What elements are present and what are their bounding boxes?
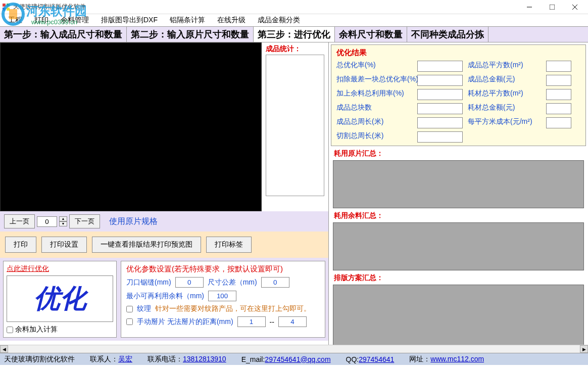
menu-aluminum[interactable]: 铝隔条计算 <box>164 15 211 26</box>
result-input-material-amount[interactable] <box>546 103 571 114</box>
result-label: 扣除最差一块总优化率(%) <box>336 75 412 86</box>
step-tabs: 第一步：输入成品尺寸和数量 第二步：输入原片尺寸和数量 第三步：进行优化 余料尺… <box>0 26 588 42</box>
layout-preview <box>0 42 262 211</box>
titlebar: 天使玻璃切割排版优化软件 <box>0 0 588 14</box>
horizontal-scrollbar[interactable]: ◀ ▶ <box>0 345 588 353</box>
result-input-exclude-worst[interactable] <box>417 75 463 86</box>
min-reuse-input[interactable] <box>208 291 236 301</box>
optimize-box: 点此进行优化 优化 余料加入计算 <box>3 261 117 338</box>
result-input-opt-rate[interactable] <box>417 61 463 72</box>
right-panel: 优化结果 总优化率(%) 成品总平方数(m²) 扣除最差一块总优化率(%) 成品… <box>328 42 588 345</box>
status-contact: 联系人：吴宏 <box>90 355 132 364</box>
scroll-left-button[interactable]: ◀ <box>0 345 8 353</box>
status-email: E_mail:297454641@qq.com <box>241 355 331 363</box>
pager-row: 上一页 ▲ ▼ 下一页 使用原片规格 <box>0 211 328 232</box>
params-title: 优化参数设置(若无特殊要求，按默认设置即可) <box>126 264 320 274</box>
print-labels-button[interactable]: 打印标签 <box>206 237 252 253</box>
result-input-plus-remainder[interactable] <box>417 89 463 100</box>
result-label: 耗材总金额(元) <box>468 103 541 114</box>
result-label: 切割总周长(米) <box>336 131 412 143</box>
svg-rect-6 <box>7 8 10 11</box>
manual-label: 手动掰片 无法掰片的距离(mm) <box>137 317 233 327</box>
menu-project[interactable]: 工程 <box>2 15 28 26</box>
prev-page-button[interactable]: 上一页 <box>4 214 35 228</box>
result-input-total-sqm[interactable] <box>546 61 571 72</box>
main-content: 成品统计： 上一页 ▲ ▼ 下一页 使用原片规格 打印 打印设置 一键查看排版结… <box>0 42 588 345</box>
svg-rect-8 <box>550 5 555 10</box>
status-product: 天使玻璃切割优化软件 <box>4 355 75 364</box>
result-input-material-sqm[interactable] <box>546 89 571 100</box>
texture-checkbox[interactable] <box>126 306 133 312</box>
maximize-button[interactable] <box>541 1 563 14</box>
section-layout-summary-label: 排版方案汇总： <box>329 272 588 284</box>
manual-checkbox[interactable] <box>126 318 133 325</box>
section-raw-summary-label: 耗用原片汇总： <box>329 148 588 159</box>
result-label: 成品总周长(米) <box>336 117 412 128</box>
texture-note: 针对一些需要对纹路产品，可在这里打上勾即可。 <box>155 304 311 313</box>
status-web: 网址：www.mc112.com <box>409 355 484 364</box>
tab-step3[interactable]: 第三步：进行优化 <box>254 27 335 42</box>
params-box: 优化参数设置(若无特殊要求，按默认设置即可) 刀口锯缝(mm) 尺寸公差（mm)… <box>121 261 325 338</box>
optimize-button-text: 优化 <box>34 284 86 313</box>
menu-export-dxf[interactable]: 排版图导出到DXF <box>95 15 164 26</box>
optimize-link[interactable]: 点此进行优化 <box>7 264 113 273</box>
print-preview-button[interactable]: 一键查看排版结果打印预览图 <box>92 237 201 253</box>
spec-label: 使用原片规格 <box>109 216 158 227</box>
print-row: 打印 打印设置 一键查看排版结果打印预览图 打印标签 <box>0 232 328 258</box>
manual-sep: -- <box>270 318 274 326</box>
result-input-total-amount[interactable] <box>546 75 571 86</box>
manual-input-1[interactable] <box>237 316 266 327</box>
result-label: 成品总块数 <box>336 103 412 114</box>
menu-classify[interactable]: 成品金额分类 <box>252 15 306 26</box>
page-up-button[interactable]: ▲ <box>59 216 67 221</box>
section-remainder-summary-label: 耗用余料汇总： <box>329 210 588 221</box>
svg-rect-3 <box>3 4 6 7</box>
status-phone: 联系电话：13812813910 <box>148 355 226 364</box>
tab-step2[interactable]: 第二步：输入原片尺寸和数量 <box>127 27 254 42</box>
status-qq: QQ:297454641 <box>346 355 395 363</box>
tab-step1[interactable]: 第一步：输入成品尺寸和数量 <box>0 27 127 42</box>
result-label: 加上余料总利用率(%) <box>336 89 412 100</box>
app-icon <box>2 3 10 11</box>
manual-input-2[interactable] <box>278 316 307 327</box>
tolerance-input[interactable] <box>261 277 289 288</box>
min-reuse-label: 最小可再利用余料（mm) <box>126 292 204 301</box>
remainder-label: 余料加入计算 <box>15 325 58 334</box>
results-box: 优化结果 总优化率(%) 成品总平方数(m²) 扣除最差一块总优化率(%) 成品… <box>331 44 586 146</box>
result-input-cut-perimeter[interactable] <box>417 131 463 143</box>
kerf-input[interactable] <box>175 277 204 288</box>
stats-label: 成品统计： <box>266 44 324 54</box>
page-down-button[interactable]: ▼ <box>59 221 67 226</box>
tolerance-label: 尺寸公差（mm) <box>208 278 257 287</box>
tab-sort[interactable]: 不同种类成品分拣 <box>407 27 488 42</box>
menu-print[interactable]: 打印 <box>28 15 55 26</box>
page-input[interactable] <box>37 216 57 227</box>
left-panel: 成品统计： 上一页 ▲ ▼ 下一页 使用原片规格 打印 打印设置 一键查看排版结… <box>0 42 328 345</box>
optimize-button[interactable]: 优化 <box>7 275 113 322</box>
scroll-right-button[interactable]: ▶ <box>580 345 588 353</box>
result-label: 成品总金额(元) <box>468 75 541 86</box>
statusbar: 天使玻璃切割优化软件 联系人：吴宏 联系电话：13812813910 E_mai… <box>0 353 588 365</box>
svg-rect-5 <box>3 8 6 11</box>
texture-label: 纹理 <box>137 304 151 313</box>
next-page-button[interactable]: 下一页 <box>69 214 100 228</box>
minimize-button[interactable] <box>518 1 541 14</box>
print-button[interactable]: 打印 <box>5 237 36 253</box>
menu-upgrade[interactable]: 在线升级 <box>211 15 252 26</box>
tab-remainder[interactable]: 余料尺寸和数量 <box>335 27 407 42</box>
stats-listbox[interactable] <box>266 55 324 196</box>
print-settings-button[interactable]: 打印设置 <box>41 237 87 253</box>
menu-remainder[interactable]: 余料管理 <box>55 15 95 26</box>
result-label: 每平方米成本(元/m²) <box>468 117 541 128</box>
close-button[interactable] <box>563 1 586 14</box>
layout-summary-grid[interactable] <box>333 285 584 345</box>
result-input-perimeter[interactable] <box>417 117 463 128</box>
remainder-checkbox[interactable] <box>7 327 13 333</box>
result-label: 总优化率(%) <box>336 61 412 72</box>
raw-summary-grid[interactable] <box>333 160 584 208</box>
svg-rect-4 <box>7 4 10 7</box>
result-input-cost-per-sqm[interactable] <box>546 117 571 128</box>
remainder-summary-grid[interactable] <box>333 222 584 270</box>
result-label: 耗材总平方数(m²) <box>468 89 541 100</box>
result-input-total-pieces[interactable] <box>417 103 463 114</box>
